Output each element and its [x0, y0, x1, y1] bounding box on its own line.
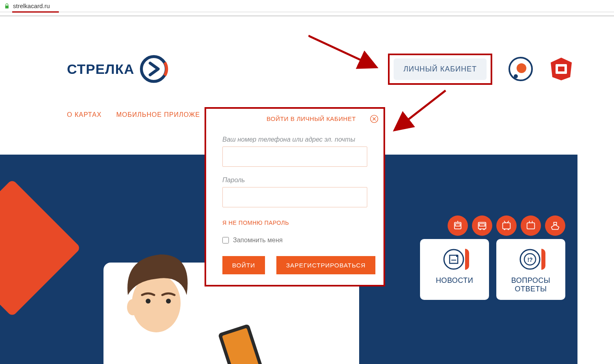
- register-button[interactable]: ЗАРЕГИСТРИРОВАТЬСЯ: [276, 256, 375, 274]
- remember-label: Запомнить меня: [233, 237, 282, 244]
- svg-point-23: [508, 229, 509, 230]
- svg-line-6: [308, 36, 377, 67]
- partner-logo-2[interactable]: [549, 57, 573, 81]
- svg-point-10: [146, 299, 151, 304]
- svg-point-0: [141, 56, 166, 81]
- annotation-arrow-to-login: [390, 87, 450, 136]
- main-nav: О КАРТАХ МОБИЛЬНОЕ ПРИЛОЖЕ: [67, 111, 200, 118]
- card-news[interactable]: НОВОСТИ: [420, 239, 489, 300]
- remember-checkbox[interactable]: [222, 237, 229, 243]
- login-field-label: Ваш номер телефона или адрес эл. почты: [222, 136, 367, 143]
- password-input[interactable]: [222, 187, 367, 207]
- transport-trolleybus2-icon[interactable]: [521, 215, 541, 236]
- svg-rect-13: [455, 224, 460, 226]
- logo-text: СТРЕЛКА: [67, 61, 134, 77]
- logo-arrow-icon: [139, 54, 168, 84]
- remember-me[interactable]: Запомнить меня: [222, 237, 367, 244]
- svg-point-22: [504, 229, 506, 230]
- site-logo[interactable]: СТРЕЛКА: [67, 54, 168, 84]
- svg-line-7: [394, 90, 446, 130]
- lock-icon: [4, 3, 10, 9]
- login-input[interactable]: [222, 146, 367, 167]
- login-dialog-title: ВОЙТИ В ЛИЧНЫЙ КАБИНЕТ: [222, 115, 367, 122]
- svg-point-2: [517, 63, 526, 73]
- info-cards: НОВОСТИ !? ВОПРОСЫ ОТВЕТЫ: [420, 239, 565, 300]
- svg-point-18: [483, 229, 485, 230]
- svg-point-17: [480, 229, 481, 230]
- svg-point-3: [514, 74, 518, 78]
- cabinet-button[interactable]: ЛИЧНЫЙ КАБИНЕТ: [394, 58, 487, 80]
- svg-point-28: [444, 250, 463, 269]
- url-highlight: [12, 11, 59, 13]
- person-illustration: [120, 250, 189, 336]
- svg-rect-19: [503, 223, 511, 229]
- nav-about-cards[interactable]: О КАРТАХ: [67, 111, 101, 118]
- card-faq-label: ВОПРОСЫ ОТВЕТЫ: [500, 276, 561, 293]
- news-icon: [442, 247, 467, 271]
- svg-rect-27: [554, 222, 557, 225]
- partner-logo-1[interactable]: [508, 57, 533, 81]
- browser-url[interactable]: strelkacard.ru: [13, 2, 50, 9]
- svg-rect-24: [527, 223, 535, 229]
- hero-red-shape: [0, 179, 81, 317]
- address-bar-separator: [0, 15, 614, 17]
- annotation-arrow-to-cabinet: [308, 32, 386, 73]
- phone-illustration: [218, 324, 265, 364]
- password-field-label: Пароль: [222, 177, 367, 184]
- transport-trolleybus-icon[interactable]: [496, 215, 517, 236]
- browser-address-bar: strelkacard.ru: [0, 0, 614, 12]
- svg-point-9: [127, 299, 138, 315]
- faq-icon: !?: [519, 247, 543, 271]
- login-submit-button[interactable]: ВОЙТИ: [222, 256, 265, 274]
- transport-bus-icon[interactable]: [472, 215, 492, 236]
- nav-mobile-app[interactable]: МОБИЛЬНОЕ ПРИЛОЖЕ: [116, 111, 200, 118]
- card-news-label: НОВОСТИ: [424, 276, 485, 285]
- login-dialog: ВОЙТИ В ЛИЧНЫЙ КАБИНЕТ Ваш номер телефон…: [205, 107, 385, 286]
- card-faq[interactable]: !? ВОПРОСЫ ОТВЕТЫ: [496, 239, 565, 300]
- cabinet-highlight-box: ЛИЧНЫЙ КАБИНЕТ: [388, 54, 492, 85]
- transport-icons-row: [448, 215, 565, 236]
- svg-rect-16: [479, 224, 485, 226]
- close-icon[interactable]: [370, 114, 379, 123]
- transport-tram-icon[interactable]: [448, 215, 468, 236]
- forgot-password-link[interactable]: Я НЕ ПОМНЮ ПАРОЛЬ: [222, 220, 289, 226]
- svg-text:!?: !?: [527, 256, 532, 263]
- transport-ship-icon[interactable]: [545, 215, 565, 236]
- svg-point-11: [166, 299, 171, 304]
- svg-rect-5: [558, 67, 564, 71]
